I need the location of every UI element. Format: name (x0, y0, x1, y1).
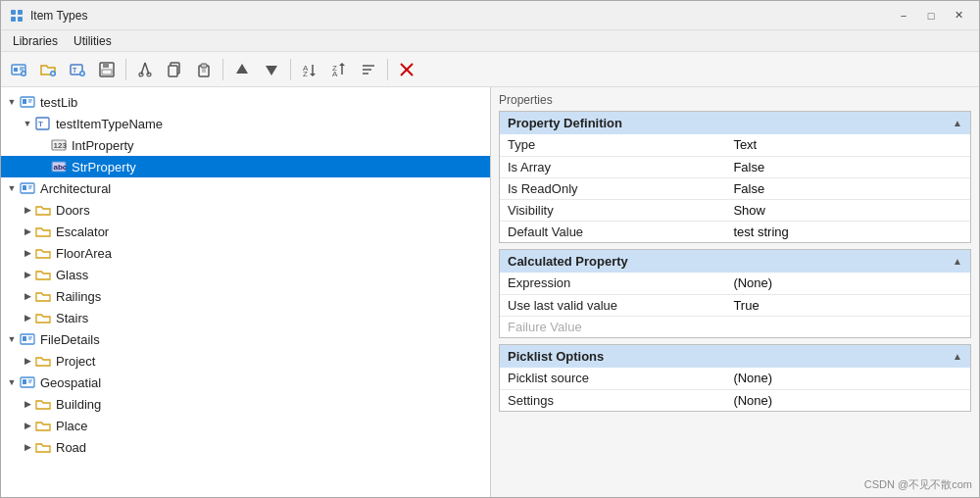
tree-item-testitemtypename[interactable]: ▼ T testItemTypeName (1, 113, 490, 134)
prop-label-uselastvalidvalue: Use last valid value (500, 294, 725, 316)
expand-icon-floorarea[interactable]: ▶ (21, 246, 34, 260)
tree-item-testlib[interactable]: ▼ testLib (1, 91, 490, 113)
tree-item-architectural[interactable]: ▼ Architectural (1, 177, 490, 199)
add-lib-icon (10, 61, 27, 78)
paste-button[interactable] (190, 56, 218, 83)
properties-title: Properties (499, 93, 971, 107)
add-folder-icon (39, 61, 57, 78)
expand-icon-place[interactable]: ▶ (21, 419, 34, 432)
copy-button[interactable] (161, 56, 188, 83)
prop-value-uselastvalidvalue: True (725, 294, 970, 316)
tree-item-place[interactable]: ▶ Place (1, 415, 490, 436)
tree-item-strproperty[interactable]: ▶ abc StrProperty (1, 156, 490, 177)
picklist-options-table: Picklist source (None) Settings (None) (500, 368, 970, 411)
paste-icon (195, 61, 213, 78)
expand-icon-road[interactable]: ▶ (21, 440, 34, 454)
prop-row-failurevalue: Failure Value (500, 316, 970, 337)
sort-za-button[interactable]: Z A (325, 56, 353, 83)
int-icon: 123 (50, 136, 68, 154)
menu-utilities[interactable]: Utilities (66, 32, 120, 50)
tree-label-filedetails: FileDetails (40, 332, 100, 347)
menu-libraries[interactable]: Libraries (5, 32, 66, 50)
expand-icon-architectural[interactable]: ▼ (5, 181, 19, 195)
tree-label-architectural: Architectural (40, 181, 111, 196)
save-button[interactable] (93, 56, 121, 83)
prop-value-settings: (None) (725, 389, 970, 411)
tree-item-intproperty[interactable]: ▶ 123 IntProperty (1, 134, 490, 156)
move-down-button[interactable] (258, 56, 285, 83)
prop-value-isarray: False (725, 156, 970, 177)
title-bar: Item Types − □ ✕ (1, 1, 979, 30)
sort-az-button[interactable]: A Z (296, 56, 323, 83)
up-icon (233, 61, 251, 78)
tree-label-building: Building (56, 397, 101, 412)
svg-text:T: T (73, 67, 77, 74)
prop-label-isarray: Is Array (500, 156, 725, 177)
expand-icon-geospatial[interactable]: ▼ (5, 375, 19, 389)
property-definition-table: Type Text Is Array False Is ReadOnly Fal… (500, 134, 970, 242)
toolbar-sep-4 (387, 59, 388, 80)
prop-label-isreadonly: Is ReadOnly (500, 177, 725, 199)
tree-item-escalator[interactable]: ▶ Escalator (1, 221, 490, 242)
prop-row-picklistsource: Picklist source (None) (500, 368, 970, 389)
expand-icon-testitemtypename[interactable]: ▼ (21, 117, 34, 130)
expand-icon-glass[interactable]: ▶ (21, 268, 34, 281)
maximize-button[interactable]: □ (918, 5, 944, 26)
sort-za-icon: Z A (330, 61, 348, 78)
svg-marker-41 (339, 63, 345, 66)
tree-item-stairs[interactable]: ▶ Stairs (1, 307, 490, 328)
svg-rect-20 (103, 63, 109, 68)
tree-item-building[interactable]: ▶ Building (1, 393, 490, 415)
move-up-button[interactable] (228, 56, 256, 83)
expand-icon-doors[interactable]: ▶ (21, 203, 34, 217)
sort-custom-button[interactable] (355, 56, 382, 83)
prop-row-visibility: Visibility Show (500, 199, 970, 221)
expand-icon-building[interactable]: ▶ (21, 397, 34, 411)
prop-row-uselastvalidvalue: Use last valid value True (500, 294, 970, 316)
add-type-button[interactable]: T (64, 56, 91, 83)
svg-rect-66 (23, 379, 26, 384)
add-lib-button[interactable] (5, 56, 32, 83)
prop-value-expression: (None) (725, 273, 970, 294)
svg-rect-62 (23, 336, 26, 341)
prop-row-settings: Settings (None) (500, 389, 970, 411)
calculated-property-header[interactable]: Calculated Property ▲ (500, 250, 970, 273)
calculated-property-table: Expression (None) Use last valid value T… (500, 273, 970, 337)
tree-label-place: Place (56, 419, 88, 433)
expand-icon-filedetails[interactable]: ▼ (5, 332, 19, 346)
cut-button[interactable] (131, 56, 159, 83)
tree-item-road[interactable]: ▶ Road (1, 436, 490, 458)
tree-item-glass[interactable]: ▶ Glass (1, 264, 490, 285)
prop-label-expression: Expression (500, 273, 725, 294)
tree-item-doors[interactable]: ▶ Doors (1, 199, 490, 221)
tree-item-geospatial[interactable]: ▼ Geospatial (1, 372, 490, 393)
tree-label-glass: Glass (56, 268, 88, 282)
lib-icon-geospatial (19, 374, 36, 391)
expand-icon-escalator[interactable]: ▶ (21, 224, 34, 238)
expand-icon-testlib[interactable]: ▼ (5, 95, 19, 109)
tree-label-escalator: Escalator (56, 224, 109, 239)
tree-label-stairs: Stairs (56, 311, 88, 325)
tree-label-floorarea: FloorArea (56, 246, 112, 261)
prop-label-picklistsource: Picklist source (500, 368, 725, 389)
tree-item-filedetails[interactable]: ▼ FileDetails (1, 328, 490, 350)
expand-icon-stairs[interactable]: ▶ (21, 311, 34, 324)
tree-item-railings[interactable]: ▶ Railings (1, 285, 490, 307)
add-folder-button[interactable] (34, 56, 62, 83)
menu-bar: Libraries Utilities (1, 30, 979, 52)
expand-icon-railings[interactable]: ▶ (21, 289, 34, 303)
close-button[interactable]: ✕ (946, 5, 971, 26)
svg-rect-27 (169, 66, 177, 76)
expand-icon-project[interactable]: ▶ (21, 354, 34, 368)
tree-item-project[interactable]: ▶ Project (1, 350, 490, 372)
prop-row-isarray: Is Array False (500, 156, 970, 177)
minimize-button[interactable]: − (891, 5, 916, 26)
delete-button[interactable] (393, 56, 420, 83)
folder-icon-place (34, 417, 52, 434)
cut-icon (136, 61, 154, 78)
prop-value-picklistsource: (None) (725, 368, 970, 389)
picklist-options-header[interactable]: Picklist Options ▲ (500, 345, 970, 368)
property-definition-header[interactable]: Property Definition ▲ (500, 112, 970, 134)
prop-label-visibility: Visibility (500, 199, 725, 221)
tree-item-floorarea[interactable]: ▶ FloorArea (1, 242, 490, 264)
